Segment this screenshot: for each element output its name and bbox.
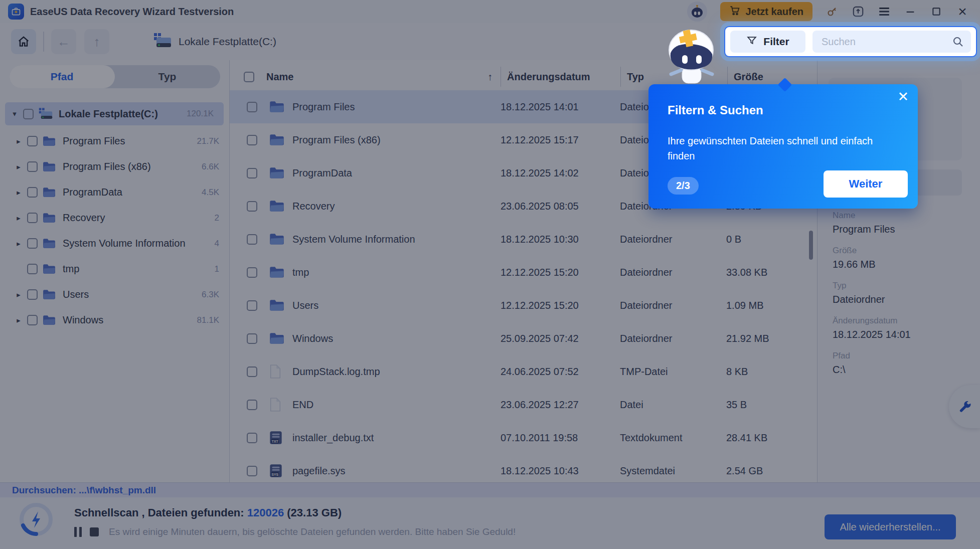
search-input[interactable] [812, 36, 971, 48]
funnel-icon [746, 35, 757, 49]
tutorial-dim-overlay [0, 0, 980, 549]
app-window: EaseUS Data Recovery Wizard Testversion … [0, 0, 980, 549]
search-icon[interactable] [952, 36, 964, 50]
mascot-robot [663, 26, 721, 86]
tutorial-tooltip: ✕ Filtern & Suchen Ihre gewünschten Date… [648, 84, 918, 209]
search-field [812, 31, 971, 53]
tooltip-body: Ihre gewünschten Dateien schnell und ein… [668, 133, 893, 163]
tooltip-step-badge: 2/3 [668, 177, 699, 195]
tooltip-title: Filtern & Suchen [668, 103, 763, 117]
tooltip-close-icon[interactable]: ✕ [897, 90, 909, 104]
tooltip-next-button[interactable]: Weiter [824, 170, 908, 198]
filter-search-spotlight: Filter [724, 26, 977, 57]
filter-button[interactable]: Filter [730, 31, 805, 53]
